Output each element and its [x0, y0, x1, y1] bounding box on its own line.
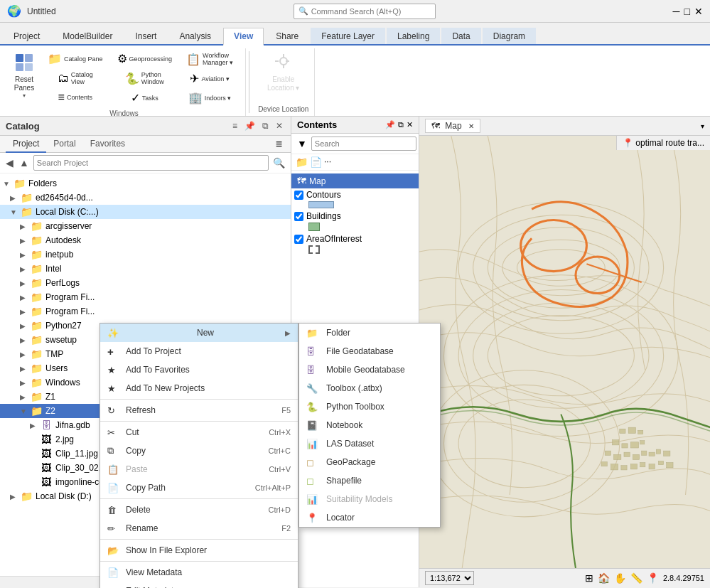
catalog-options-btn[interactable]: ≡	[276, 138, 282, 151]
catalog-back-btn[interactable]: ◀	[4, 156, 15, 170]
python-window-button[interactable]: 🐍 PythonWindow	[122, 69, 168, 87]
ctx-add-to-new-projects[interactable]: ★ Add To New Projects	[100, 379, 298, 397]
close-btn[interactable]: ✕	[694, 6, 703, 17]
contents-item-aoi[interactable]: AreaOfInterest	[291, 232, 419, 255]
command-search-box[interactable]: 🔍	[294, 4, 436, 19]
submenu-python-toolbox[interactable]: 🐍 Python Toolbox	[299, 397, 440, 416]
tab-modelbuilder[interactable]: ModelBuilder	[52, 28, 123, 44]
tree-item-local-disk-c[interactable]: ▼ 📁 Local Disk (C:...)	[0, 205, 291, 219]
tree-item-intel[interactable]: ▶ 📁 Intel	[0, 262, 291, 276]
catalog-float-btn[interactable]: ⧉	[260, 119, 271, 132]
submenu-mobile-geodatabase[interactable]: 🗄 Mobile Geodatabase	[299, 360, 440, 379]
tree-item-program-files-1[interactable]: ▶ 📁 Program Fi...	[0, 290, 291, 304]
submenu-geopackage[interactable]: ◻ GeoPackage	[299, 453, 440, 471]
catalog-tab-project[interactable]: Project	[6, 136, 46, 153]
contents-item-map[interactable]: 🗺 Map	[291, 173, 419, 188]
ctx-copy-path[interactable]: 📄 Copy Path Ctrl+Alt+P	[100, 479, 298, 497]
aviation-button[interactable]: ✈ Aviation ▾	[186, 70, 232, 87]
catalog-close-btn[interactable]: ✕	[274, 119, 285, 132]
ctx-view-metadata[interactable]: 📄 View Metadata	[100, 563, 298, 582]
contents-pin-btn[interactable]: 📌	[385, 120, 395, 129]
tree-item-arcgisserver[interactable]: ▶ 📁 arcgisserver	[0, 219, 291, 233]
map-scale-select[interactable]: 1:13,672	[425, 571, 474, 585]
ctx-rename[interactable]: ✏ Rename F2	[100, 519, 298, 538]
tab-analysis[interactable]: Analysis	[168, 28, 222, 44]
ctx-refresh-icon: ↻	[107, 405, 120, 416]
buildings-checkbox[interactable]	[294, 212, 303, 221]
catalog-tab-favorites[interactable]: Favorites	[83, 136, 132, 153]
submenu-locator[interactable]: 📍 Locator	[299, 508, 440, 527]
ctx-new[interactable]: ✨ New ▶	[100, 324, 298, 342]
pan-btn[interactable]: ✋	[614, 572, 626, 584]
catalog-view-button[interactable]: 🗂 CatalogView	[54, 69, 97, 87]
aoi-checkbox[interactable]	[294, 235, 303, 244]
catalog-search-input[interactable]	[33, 155, 269, 171]
ctx-cut[interactable]: ✂ Cut Ctrl+X	[100, 423, 298, 442]
catalog-search-btn[interactable]: 🔍	[271, 156, 286, 170]
map-header-chevron[interactable]: ▾	[701, 122, 704, 130]
catalog-up-btn[interactable]: ▲	[18, 156, 31, 170]
tree-item-folders[interactable]: ▼ 📁 Folders	[0, 176, 291, 191]
contents-filter-icon[interactable]: ▼	[296, 137, 308, 151]
contents-float-btn[interactable]: ⧉	[398, 120, 404, 129]
tasks-button[interactable]: ✓ Tasks	[127, 89, 162, 107]
geoprocessing-button[interactable]: ⚙ Geoprocessing	[114, 50, 176, 68]
enable-location-button[interactable]: EnableLocation ▾	[262, 48, 306, 95]
route-tab[interactable]: 📍 optimal route tra...	[616, 136, 710, 150]
ctx-show-file-explorer[interactable]: 📂 Show In File Explorer	[100, 541, 298, 560]
tab-insert[interactable]: Insert	[124, 28, 167, 44]
catalog-pane-button[interactable]: 📁 Catalog Pane	[44, 50, 107, 68]
z2-icon: 📁	[30, 405, 43, 417]
minimize-btn[interactable]: ─	[673, 6, 680, 17]
catalog-tab-portal[interactable]: Portal	[46, 136, 82, 153]
ctx-edit-metadata[interactable]: ✏ Edit Metadata	[100, 582, 298, 588]
ctx-delete[interactable]: 🗑 Delete Ctrl+D	[100, 501, 298, 519]
locate-btn[interactable]: 📍	[647, 572, 659, 584]
catalog-pin-btn[interactable]: 📌	[242, 119, 257, 132]
submenu-folder[interactable]: 📁 Folder	[299, 324, 440, 342]
command-search-input[interactable]	[311, 7, 431, 16]
contents-close-btn[interactable]: ✕	[407, 120, 413, 129]
ctx-add-to-project[interactable]: + Add To Project	[100, 342, 298, 360]
tab-diagram[interactable]: Diagram	[483, 28, 536, 44]
contents-add-btn[interactable]: 📁	[296, 156, 308, 168]
contours-checkbox[interactable]	[294, 191, 303, 200]
measure-btn[interactable]: 📏	[630, 572, 642, 584]
workflow-manager-button[interactable]: 📋 WorkflowManager ▾	[183, 50, 237, 68]
indoors-button[interactable]: 🏢 Indoors ▾	[185, 89, 235, 107]
contents-search-input[interactable]	[311, 137, 416, 151]
map-tab[interactable]: 🗺 Map ✕	[425, 119, 480, 133]
tree-item-inetpub[interactable]: ▶ 📁 inetpub	[0, 247, 291, 262]
tree-item-autodesk[interactable]: ▶ 📁 Autodesk	[0, 233, 291, 247]
ctx-add-to-favorites[interactable]: ★ Add To Favorites	[100, 360, 298, 379]
submenu-las-dataset[interactable]: 📊 LAS Dataset	[299, 434, 440, 453]
ctx-paste[interactable]: 📋 Paste Ctrl+V	[100, 460, 298, 479]
tree-item-perflogs[interactable]: ▶ 📁 PerfLogs	[0, 276, 291, 290]
contents-item-buildings[interactable]: Buildings	[291, 210, 419, 232]
tab-feature-layer[interactable]: Feature Layer	[311, 28, 385, 44]
tab-labeling[interactable]: Labeling	[387, 28, 440, 44]
tab-view[interactable]: View	[223, 28, 264, 46]
submenu-file-geodatabase[interactable]: 🗄 File Geodatabase	[299, 342, 440, 360]
tab-project[interactable]: Project	[3, 28, 50, 44]
maximize-btn[interactable]: □	[684, 6, 690, 17]
ctx-refresh[interactable]: ↻ Refresh F5	[100, 401, 298, 419]
go-home-btn[interactable]: 🏠	[598, 572, 610, 584]
map-tab-close[interactable]: ✕	[468, 122, 474, 130]
submenu-shapefile[interactable]: ◻ Shapefile	[299, 471, 440, 490]
submenu-notebook[interactable]: 📓 Notebook	[299, 416, 440, 434]
contents-more-btn[interactable]: ···	[324, 156, 331, 168]
tab-share[interactable]: Share	[265, 28, 309, 44]
contents-button[interactable]: ≡ Contents	[55, 89, 96, 106]
tree-item-program-files-2[interactable]: ▶ 📁 Program Fi...	[0, 304, 291, 319]
contents-list-btn[interactable]: 📄	[310, 156, 322, 168]
catalog-title: Catalog	[6, 121, 40, 132]
catalog-menu-btn[interactable]: ≡	[230, 119, 240, 132]
ctx-copy[interactable]: ⧉ Copy Ctrl+C	[100, 442, 298, 460]
tab-data[interactable]: Data	[441, 28, 480, 44]
contents-item-contours[interactable]: Contours	[291, 188, 419, 210]
tree-item-ed2645[interactable]: ▶ 📁 ed2645d4-0d...	[0, 191, 291, 205]
submenu-toolbox[interactable]: 🔧 Toolbox (.atbx)	[299, 379, 440, 397]
zoom-to-layer-btn[interactable]: ⊞	[585, 572, 593, 584]
reset-panes-button[interactable]: ResetPanes ▾	[9, 48, 40, 102]
